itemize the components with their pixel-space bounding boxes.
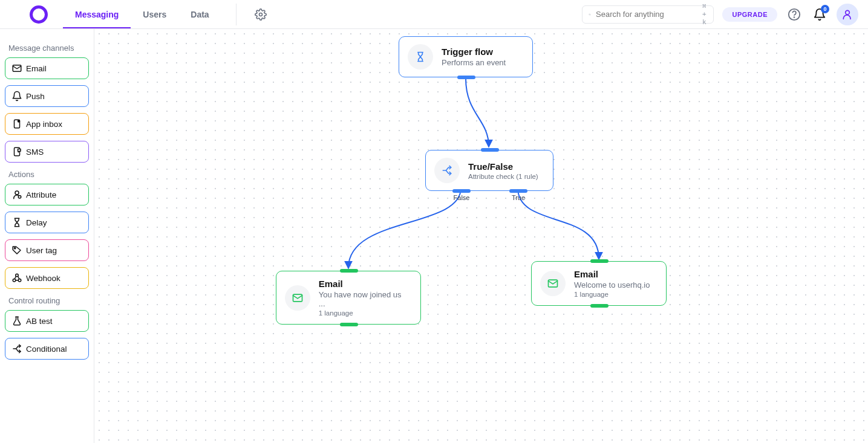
node-trigger-flow[interactable]: Trigger flow Performs an event — [399, 36, 533, 77]
node-input-port[interactable] — [481, 148, 499, 152]
search-shortcut: ⌘ + k — [702, 2, 707, 26]
nav-separator — [236, 4, 237, 25]
node-title: True/False — [468, 161, 538, 172]
palette-item-push[interactable]: Push — [5, 85, 89, 107]
hourglass-icon — [414, 51, 426, 63]
node-subtitle: Welcome to userhq.io — [574, 280, 650, 289]
logo-circle-icon — [30, 5, 48, 24]
node-body: True/False Attribute check (1 rule) — [468, 161, 538, 180]
node-email-true-branch[interactable]: Email Welcome to userhq.io 1 language — [531, 261, 667, 306]
bell-icon — [11, 91, 22, 102]
split-icon — [441, 164, 453, 176]
node-title: Email — [574, 269, 650, 279]
tag-icon — [11, 245, 22, 256]
node-body: Trigger flow Performs an event — [442, 47, 506, 67]
split-icon — [11, 343, 22, 354]
node-output-port[interactable] — [340, 323, 358, 326]
svg-point-0 — [259, 13, 262, 16]
node-true-false[interactable]: True/False Attribute check (1 rule) Fals… — [425, 150, 553, 191]
svg-point-5 — [846, 10, 850, 15]
palette-item-label: Attribute — [26, 190, 56, 199]
search-box[interactable]: ⌘ + k — [582, 5, 714, 24]
palette-item-delay[interactable]: Delay — [5, 212, 89, 233]
flow-canvas[interactable]: Trigger flow Performs an event True/Fals… — [94, 29, 868, 443]
search-icon — [589, 10, 591, 19]
palette-item-label: Conditional — [26, 344, 67, 354]
palette-item-sms[interactable]: SMS — [5, 141, 89, 163]
upgrade-button[interactable]: UPGRADE — [722, 7, 777, 22]
attribute-icon — [11, 189, 22, 200]
palette-item-ab-test[interactable]: AB test — [5, 310, 89, 332]
palette-item-attribute[interactable]: Attribute — [5, 184, 89, 205]
sidebar-section-control-routing: Control routing — [8, 296, 85, 305]
palette-item-label: SMS — [26, 147, 44, 157]
flow-connections — [94, 29, 868, 443]
webhook-icon — [11, 273, 22, 283]
nav-tab-messaging[interactable]: Messaging — [63, 0, 131, 28]
mail-icon — [292, 292, 304, 304]
user-icon — [841, 8, 853, 21]
node-subtitle: Performs an event — [442, 58, 506, 67]
palette-item-label: Delay — [26, 218, 47, 227]
palette-item-label: Push — [26, 92, 45, 101]
node-input-port[interactable] — [590, 259, 609, 263]
mail-icon — [547, 277, 559, 289]
svg-line-2 — [590, 15, 591, 15]
notification-badge: 0 — [821, 5, 829, 13]
help-icon — [788, 8, 801, 21]
header-right: ⌘ + k UPGRADE 0 — [582, 4, 858, 25]
port-label-false: False — [454, 194, 470, 201]
inbox-icon — [11, 118, 22, 129]
palette-item-app-inbox[interactable]: App inbox — [5, 113, 89, 135]
palette-item-user-tag[interactable]: User tag — [5, 239, 89, 261]
node-output-port-true[interactable] — [509, 189, 527, 193]
node-input-port[interactable] — [340, 269, 358, 273]
user-avatar[interactable] — [837, 4, 858, 25]
node-title: Trigger flow — [442, 47, 506, 57]
svg-point-8 — [18, 120, 20, 122]
mail-icon — [11, 63, 22, 74]
palette-item-email[interactable]: Email — [5, 57, 89, 79]
nav-tab-data[interactable]: Data — [178, 0, 221, 28]
sidebar-section-message-channels: Message channels — [8, 44, 85, 53]
node-output-port-false[interactable] — [452, 189, 471, 193]
svg-point-10 — [15, 191, 19, 195]
flask-icon — [11, 315, 22, 326]
port-label-true: True — [512, 194, 525, 201]
node-icon-wrap — [285, 285, 310, 311]
search-input[interactable] — [596, 10, 697, 19]
sms-icon — [11, 146, 22, 157]
palette-item-label: User tag — [26, 246, 57, 255]
node-palette-sidebar: Message channels Email Push App inbox SM… — [0, 29, 94, 443]
palette-item-webhook[interactable]: Webhook — [5, 267, 89, 289]
node-meta: 1 language — [574, 291, 650, 298]
node-output-port[interactable] — [457, 76, 475, 79]
node-body: Email You have now joined us ... 1 langu… — [319, 279, 410, 317]
node-email-false-branch[interactable]: Email You have now joined us ... 1 langu… — [276, 271, 421, 325]
help-button[interactable] — [786, 6, 803, 23]
palette-item-conditional[interactable]: Conditional — [5, 338, 89, 360]
hourglass-icon — [11, 217, 22, 228]
settings-button[interactable] — [251, 5, 270, 24]
svg-point-12 — [15, 248, 16, 249]
nav-tabs: Messaging Users Data — [63, 0, 221, 28]
notifications-button[interactable]: 0 — [811, 6, 828, 23]
node-subtitle: You have now joined us ... — [319, 290, 410, 308]
node-subtitle: Attribute check (1 rule) — [468, 173, 538, 180]
node-output-port[interactable] — [590, 304, 609, 308]
palette-item-label: AB test — [26, 317, 53, 326]
gear-icon — [255, 8, 267, 21]
palette-item-label: App inbox — [26, 120, 62, 129]
node-body: Email Welcome to userhq.io 1 language — [574, 269, 650, 298]
palette-item-label: Webhook — [26, 274, 60, 283]
svg-point-1 — [589, 13, 590, 15]
node-meta: 1 language — [319, 309, 410, 317]
svg-point-4 — [794, 17, 795, 18]
node-icon-wrap — [434, 158, 460, 183]
node-icon-wrap — [408, 44, 433, 70]
app-header: Messaging Users Data ⌘ + k UPGRADE 0 — [0, 0, 868, 29]
sidebar-section-actions: Actions — [8, 170, 85, 179]
nav-tab-users[interactable]: Users — [131, 0, 178, 28]
node-title: Email — [319, 279, 410, 289]
app-logo[interactable] — [29, 5, 48, 24]
